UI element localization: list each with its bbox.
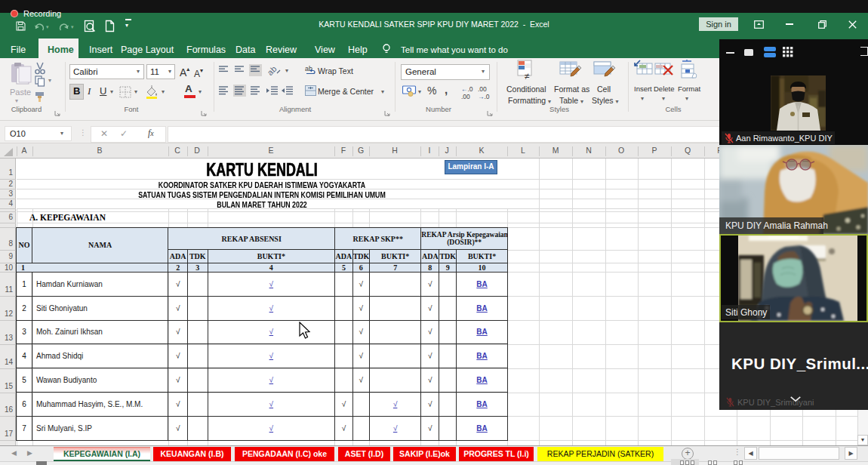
svg-text:≠: ≠ bbox=[525, 71, 530, 81]
svg-text:ab: ab bbox=[267, 64, 279, 76]
